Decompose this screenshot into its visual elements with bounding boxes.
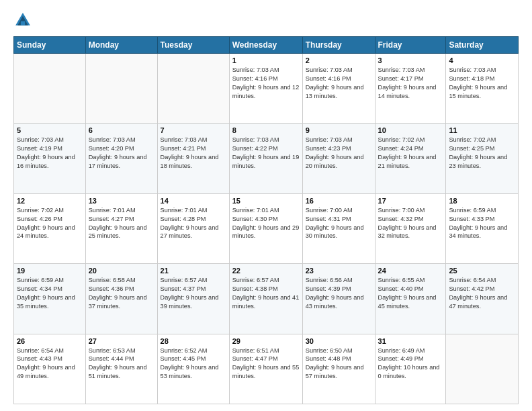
calendar-cell: 1Sunrise: 7:03 AM Sunset: 4:16 PM Daylig… [229,54,302,124]
day-number: 30 [306,337,372,345]
day-number: 4 [449,56,515,64]
calendar-body: 1Sunrise: 7:03 AM Sunset: 4:16 PM Daylig… [14,54,519,404]
calendar-cell [14,54,86,124]
calendar-cell: 22Sunrise: 6:57 AM Sunset: 4:38 PM Dayli… [229,264,302,334]
logo-icon [13,11,32,30]
calendar-cell: 4Sunrise: 7:03 AM Sunset: 4:18 PM Daylig… [446,54,519,124]
day-number: 31 [378,337,443,345]
calendar-cell: 12Sunrise: 7:02 AM Sunset: 4:26 PM Dayli… [14,193,86,263]
day-number: 17 [378,197,443,205]
day-header-sunday: Sunday [14,37,86,54]
day-number: 16 [306,197,372,205]
day-number: 15 [232,197,300,205]
day-info: Sunrise: 7:03 AM Sunset: 4:16 PM Dayligh… [232,66,300,101]
calendar-cell: 6Sunrise: 7:03 AM Sunset: 4:20 PM Daylig… [85,124,157,193]
calendar-cell: 28Sunrise: 6:52 AM Sunset: 4:45 PM Dayli… [157,334,229,404]
calendar-cell: 31Sunrise: 6:49 AM Sunset: 4:49 PM Dayli… [375,334,446,404]
day-header-saturday: Saturday [446,37,519,54]
calendar-cell: 16Sunrise: 7:00 AM Sunset: 4:31 PM Dayli… [302,193,375,263]
day-number: 1 [232,56,300,64]
svg-rect-2 [21,21,25,26]
calendar-cell: 24Sunrise: 6:55 AM Sunset: 4:40 PM Dayli… [375,264,446,334]
day-info: Sunrise: 7:03 AM Sunset: 4:19 PM Dayligh… [17,136,83,171]
day-info: Sunrise: 6:56 AM Sunset: 4:39 PM Dayligh… [306,276,372,311]
calendar-cell: 9Sunrise: 7:03 AM Sunset: 4:23 PM Daylig… [302,124,375,193]
day-number: 25 [449,267,515,275]
day-number: 11 [449,126,515,134]
day-number: 18 [449,197,515,205]
calendar-cell: 14Sunrise: 7:01 AM Sunset: 4:28 PM Dayli… [157,193,229,263]
logo [13,11,35,30]
day-number: 2 [306,56,372,64]
day-number: 26 [17,337,83,345]
day-number: 28 [161,337,226,345]
day-info: Sunrise: 7:00 AM Sunset: 4:31 PM Dayligh… [306,206,372,241]
page: SundayMondayTuesdayWednesdayThursdayFrid… [0,0,532,411]
calendar-header: SundayMondayTuesdayWednesdayThursdayFrid… [14,37,519,54]
day-info: Sunrise: 6:55 AM Sunset: 4:40 PM Dayligh… [378,276,443,311]
calendar-cell: 11Sunrise: 7:02 AM Sunset: 4:25 PM Dayli… [446,124,519,193]
calendar-cell: 18Sunrise: 6:59 AM Sunset: 4:33 PM Dayli… [446,193,519,263]
day-number: 20 [89,267,154,275]
day-info: Sunrise: 6:50 AM Sunset: 4:48 PM Dayligh… [306,347,372,381]
day-number: 3 [378,56,443,64]
day-info: Sunrise: 7:03 AM Sunset: 4:22 PM Dayligh… [232,136,300,171]
day-header-tuesday: Tuesday [157,37,229,54]
day-header-wednesday: Wednesday [229,37,302,54]
day-number: 10 [378,126,443,134]
day-number: 7 [161,126,226,134]
calendar-cell [157,54,229,124]
calendar-cell: 23Sunrise: 6:56 AM Sunset: 4:39 PM Dayli… [302,264,375,334]
calendar-cell: 20Sunrise: 6:58 AM Sunset: 4:36 PM Dayli… [85,264,157,334]
day-number: 23 [306,267,372,275]
day-number: 22 [232,267,300,275]
day-info: Sunrise: 6:57 AM Sunset: 4:37 PM Dayligh… [161,276,226,311]
day-header-friday: Friday [375,37,446,54]
day-info: Sunrise: 6:52 AM Sunset: 4:45 PM Dayligh… [161,347,226,381]
day-number: 27 [89,337,154,345]
day-info: Sunrise: 6:58 AM Sunset: 4:36 PM Dayligh… [89,276,154,311]
day-number: 29 [232,337,300,345]
week-row-2: 5Sunrise: 7:03 AM Sunset: 4:19 PM Daylig… [14,124,519,193]
calendar-cell: 26Sunrise: 6:54 AM Sunset: 4:43 PM Dayli… [14,334,86,404]
day-number: 24 [378,267,443,275]
day-info: Sunrise: 7:03 AM Sunset: 4:18 PM Dayligh… [449,66,515,101]
calendar-cell: 13Sunrise: 7:01 AM Sunset: 4:27 PM Dayli… [85,193,157,263]
week-row-5: 26Sunrise: 6:54 AM Sunset: 4:43 PM Dayli… [14,334,519,404]
calendar-cell: 15Sunrise: 7:01 AM Sunset: 4:30 PM Dayli… [229,193,302,263]
day-header-monday: Monday [85,37,157,54]
calendar-cell: 8Sunrise: 7:03 AM Sunset: 4:22 PM Daylig… [229,124,302,193]
day-number: 5 [17,126,83,134]
day-info: Sunrise: 6:59 AM Sunset: 4:34 PM Dayligh… [17,276,83,311]
week-row-4: 19Sunrise: 6:59 AM Sunset: 4:34 PM Dayli… [14,264,519,334]
calendar-cell: 21Sunrise: 6:57 AM Sunset: 4:37 PM Dayli… [157,264,229,334]
calendar-cell: 25Sunrise: 6:54 AM Sunset: 4:42 PM Dayli… [446,264,519,334]
calendar-cell: 3Sunrise: 7:03 AM Sunset: 4:17 PM Daylig… [375,54,446,124]
day-number: 9 [306,126,372,134]
calendar-cell: 10Sunrise: 7:02 AM Sunset: 4:24 PM Dayli… [375,124,446,193]
calendar-cell: 19Sunrise: 6:59 AM Sunset: 4:34 PM Dayli… [14,264,86,334]
week-row-1: 1Sunrise: 7:03 AM Sunset: 4:16 PM Daylig… [14,54,519,124]
day-info: Sunrise: 7:03 AM Sunset: 4:23 PM Dayligh… [306,136,372,171]
day-number: 13 [89,197,154,205]
day-info: Sunrise: 7:03 AM Sunset: 4:20 PM Dayligh… [89,136,154,171]
calendar-cell: 2Sunrise: 7:03 AM Sunset: 4:16 PM Daylig… [302,54,375,124]
day-info: Sunrise: 6:54 AM Sunset: 4:43 PM Dayligh… [17,347,83,381]
day-info: Sunrise: 6:51 AM Sunset: 4:47 PM Dayligh… [232,347,300,381]
day-info: Sunrise: 7:02 AM Sunset: 4:24 PM Dayligh… [378,136,443,171]
day-info: Sunrise: 6:54 AM Sunset: 4:42 PM Dayligh… [449,276,515,311]
day-info: Sunrise: 6:57 AM Sunset: 4:38 PM Dayligh… [232,276,300,311]
day-info: Sunrise: 7:01 AM Sunset: 4:28 PM Dayligh… [161,206,226,241]
days-of-week-row: SundayMondayTuesdayWednesdayThursdayFrid… [14,37,519,54]
calendar-cell: 30Sunrise: 6:50 AM Sunset: 4:48 PM Dayli… [302,334,375,404]
day-info: Sunrise: 7:03 AM Sunset: 4:16 PM Dayligh… [306,66,372,101]
day-number: 14 [161,197,226,205]
day-info: Sunrise: 6:59 AM Sunset: 4:33 PM Dayligh… [449,206,515,241]
day-number: 12 [17,197,83,205]
day-info: Sunrise: 7:02 AM Sunset: 4:26 PM Dayligh… [17,206,83,241]
calendar-cell [446,334,519,404]
calendar-cell: 17Sunrise: 7:00 AM Sunset: 4:32 PM Dayli… [375,193,446,263]
day-number: 6 [89,126,154,134]
week-row-3: 12Sunrise: 7:02 AM Sunset: 4:26 PM Dayli… [14,193,519,263]
calendar-cell: 5Sunrise: 7:03 AM Sunset: 4:19 PM Daylig… [14,124,86,193]
